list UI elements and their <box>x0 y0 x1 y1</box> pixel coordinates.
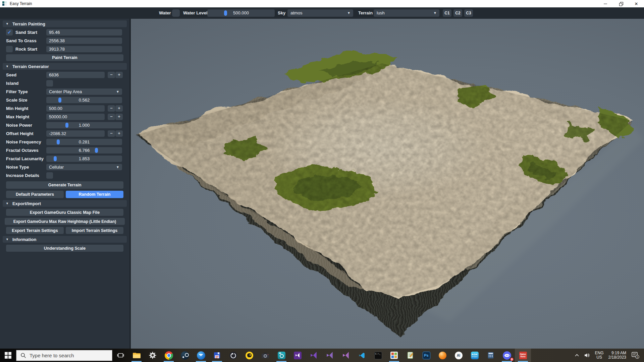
taskbar-item-calculator[interactable] <box>483 349 499 362</box>
camera-2-button[interactable]: C2 <box>453 9 462 17</box>
export-raw-heightmap-button[interactable]: Export GameGuru Max Raw Heightmap (Littl… <box>5 218 125 225</box>
taskbar-item-photoshop[interactable]: Ps <box>418 349 434 362</box>
water-level-slider[interactable]: 500.000 <box>207 9 275 17</box>
section-header-information[interactable]: ▼ Information <box>3 236 127 243</box>
filter-type-dropdown[interactable]: Center Play Area▼ <box>46 88 122 95</box>
min-height-increment-button[interactable]: + <box>115 105 123 112</box>
taskbar-item-vs-code[interactable] <box>354 349 370 362</box>
noise-power-slider[interactable]: 1.000 <box>46 122 122 128</box>
taskbar-item-notepad-plus[interactable] <box>402 349 418 362</box>
taskbar-item-image-viewer[interactable] <box>386 349 402 362</box>
taskbar-item-obs-studio[interactable] <box>225 349 241 362</box>
camera-icon <box>261 352 269 359</box>
sand-start-checkbox[interactable]: ✓ <box>6 29 13 36</box>
scale-size-slider[interactable]: 0.562 <box>46 97 122 103</box>
terrain-dropdown[interactable]: lush ▼ <box>374 9 439 17</box>
close-button[interactable]: ✕ <box>629 0 644 7</box>
max-height-increment-button[interactable]: + <box>115 114 123 120</box>
taskbar-item-agk-studio[interactable]: AGK STUDIO <box>467 349 483 362</box>
search-input[interactable]: Type here to search <box>16 350 112 361</box>
noise-type-dropdown[interactable]: Cellular▼ <box>46 164 122 170</box>
increase-details-checkbox[interactable] <box>46 172 53 179</box>
tray-expand-button[interactable] <box>572 349 582 362</box>
maximize-button[interactable] <box>613 0 629 7</box>
offset-height-increment-button[interactable]: + <box>115 130 123 137</box>
section-header-export-import[interactable]: ▼ Export/Import <box>3 200 127 207</box>
check-icon: ✓ <box>6 29 13 35</box>
camera-1-button[interactable]: C1 <box>443 9 451 17</box>
understanding-scale-button[interactable]: Understanding Scale <box>6 245 123 252</box>
section-title: Export/Import <box>12 201 41 206</box>
terrain-viewport[interactable] <box>131 19 644 349</box>
taskbar-item-recorder-yellow[interactable] <box>241 349 257 362</box>
min-height-input[interactable]: 500.00 <box>46 105 105 112</box>
volume-button[interactable] <box>582 349 593 362</box>
gameguru-label: Game <box>520 353 526 355</box>
language-indicator[interactable]: ENG US <box>593 349 606 362</box>
taskbar-item-steam[interactable] <box>177 349 193 362</box>
seed-input[interactable]: 6836 <box>46 72 105 78</box>
photoshop-label: Ps <box>424 353 428 357</box>
notepad-icon <box>407 352 414 359</box>
clock[interactable]: 9:19 AM 2/18/2023 <box>606 349 629 362</box>
taskbar-item-visual-studio[interactable] <box>306 349 322 362</box>
visual-studio-icon <box>342 351 350 359</box>
sky-label: Sky <box>278 7 285 19</box>
seed-decrement-button[interactable]: − <box>108 72 115 78</box>
agk-label: AGK <box>472 353 478 356</box>
section-header-terrain-generator[interactable]: ▼ Terrain Generator <box>3 63 127 70</box>
taskbar-item-ai-app[interactable]: AI <box>450 349 467 362</box>
camera-3-button[interactable]: C3 <box>464 9 473 17</box>
max-height-decrement-button[interactable]: − <box>108 114 115 120</box>
noise-frequency-slider[interactable]: 0.281 <box>46 139 122 145</box>
noise-power-row: Noise Power 1.000 <box>6 122 123 128</box>
max-height-input[interactable]: 50000.00 <box>46 114 105 120</box>
default-parameters-button[interactable]: Default Parameters <box>6 191 64 198</box>
offset-height-decrement-button[interactable]: − <box>108 130 115 137</box>
sand-to-grass-input[interactable]: 2556.38 <box>46 38 122 44</box>
rock-start-input[interactable]: 3913.78 <box>46 46 122 52</box>
taskbar-item-visual-studio-pink[interactable] <box>338 349 354 362</box>
min-height-decrement-button[interactable]: − <box>108 105 115 112</box>
taskbar: Type here to search <box>0 349 644 362</box>
section-header-terrain-painting[interactable]: ▼ Terrain Painting <box>3 20 127 27</box>
taskbar-item-thunderbird[interactable] <box>193 349 209 362</box>
taskbar-item-gameguru[interactable]: Game Guru <box>515 349 531 362</box>
taskbar-item-command-prompt[interactable]: C:\_ <box>370 349 386 362</box>
start-button[interactable] <box>0 349 16 362</box>
file-explorer-icon <box>132 352 141 359</box>
fractal-octaves-slider[interactable]: 6.766 <box>46 147 122 154</box>
noise-power-label: Noise Power <box>6 123 32 128</box>
taskbar-item-chrome[interactable] <box>161 349 177 362</box>
export-terrain-settings-button[interactable]: Export Terrain Settings <box>6 227 64 234</box>
random-terrain-button[interactable]: Random Terrain <box>66 191 123 198</box>
export-classic-map-button[interactable]: Export GameGuru Classic Map File <box>6 209 123 216</box>
import-terrain-settings-button[interactable]: Import Terrain Settings <box>66 227 123 234</box>
generate-terrain-button[interactable]: Generate Terrain <box>6 181 123 189</box>
taskbar-item-sphere-app[interactable] <box>434 349 450 362</box>
rock-start-checkbox[interactable]: ✓ <box>6 46 13 52</box>
offset-height-input[interactable]: -2086.32 <box>46 130 105 137</box>
sand-start-input[interactable]: 95.46 <box>46 29 122 36</box>
taskbar-item-visual-studio-light[interactable] <box>322 349 338 362</box>
paint-terrain-button[interactable]: Paint Terrain <box>6 54 123 61</box>
taskbar-item-discord[interactable]: 9 <box>499 349 515 362</box>
taskbar-item-camera-dark[interactable] <box>257 349 273 362</box>
taskbar-item-settings[interactable] <box>145 349 161 362</box>
island-checkbox[interactable] <box>46 80 53 86</box>
taskbar-item-visual-studio-dark[interactable] <box>289 349 306 362</box>
seed-increment-button[interactable]: + <box>115 72 123 78</box>
taskbar-item-file-explorer[interactable] <box>128 349 145 362</box>
taskbar-item-camera-teal[interactable] <box>273 349 289 362</box>
sky-dropdown[interactable]: atmos ▼ <box>287 9 353 17</box>
time: 9:19 AM <box>611 351 626 356</box>
water-checkbox[interactable] <box>172 9 180 17</box>
task-view-button[interactable] <box>112 349 128 362</box>
taskbar-item-save-tool[interactable] <box>209 349 225 362</box>
notification-center-button[interactable]: 1 <box>629 349 642 362</box>
calculator-icon <box>487 352 494 359</box>
window-title: Easy Terrain <box>10 0 32 7</box>
collapse-icon: ▼ <box>6 202 9 205</box>
minimize-button[interactable] <box>598 0 613 7</box>
fractal-lacunarity-slider[interactable]: 1.853 <box>46 156 122 162</box>
